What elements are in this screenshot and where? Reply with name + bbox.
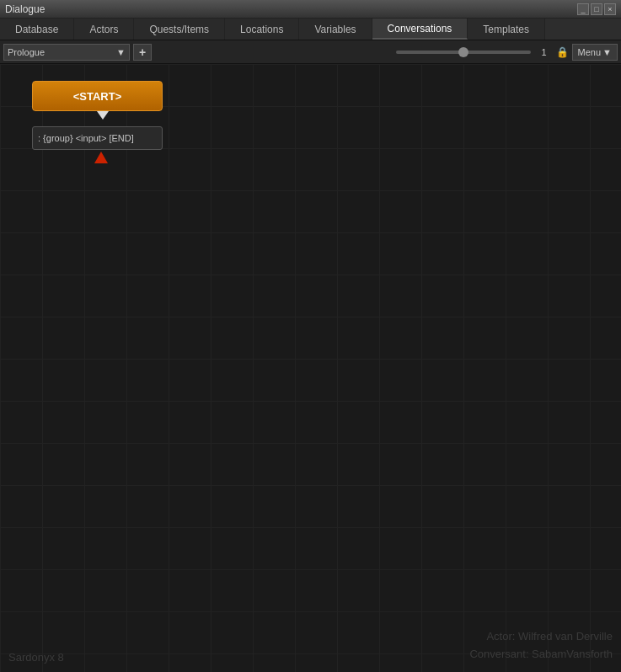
lock-icon: 🔒: [556, 46, 569, 58]
tab-quests[interactable]: Quests/Items: [134, 19, 225, 40]
tab-actors[interactable]: Actors: [74, 19, 134, 40]
conversation-dropdown[interactable]: Prologue ▼: [3, 44, 130, 61]
watermark-actor: Actor: Wilfred van Derville: [469, 628, 613, 646]
menu-button[interactable]: Menu ▼: [572, 44, 618, 61]
app-title: Dialogue: [5, 3, 45, 15]
tab-database[interactable]: Database: [0, 19, 74, 40]
tab-variables[interactable]: Variables: [299, 19, 372, 40]
tab-conversations[interactable]: Conversations: [372, 19, 468, 40]
connector-arrow-down: [97, 111, 109, 120]
title-bar-controls: _ □ ×: [577, 3, 616, 15]
dropdown-chevron-icon: ▼: [116, 47, 126, 57]
zoom-value: 1: [536, 47, 553, 57]
watermark-right: Actor: Wilfred van Derville Conversant: …: [469, 628, 613, 664]
dialogue-node[interactable]: : {group} <input> [END]: [32, 126, 163, 150]
zoom-slider-container: 1: [396, 47, 553, 57]
tab-bar: Database Actors Quests/Items Locations V…: [0, 19, 621, 40]
toolbar: Prologue ▼ + 1 🔒 Menu ▼: [0, 40, 621, 64]
tab-locations[interactable]: Locations: [225, 19, 299, 40]
title-bar: Dialogue _ □ ×: [0, 0, 621, 19]
add-conversation-button[interactable]: +: [133, 44, 152, 61]
minimize-button[interactable]: _: [577, 3, 589, 15]
close-button[interactable]: ×: [604, 3, 616, 15]
warning-triangle-icon: [94, 152, 108, 163]
watermark-left: Sardonyx 8: [8, 651, 64, 664]
tab-templates[interactable]: Templates: [468, 19, 545, 40]
start-node[interactable]: <START>: [32, 81, 163, 111]
zoom-slider-thumb[interactable]: [458, 47, 468, 57]
maximize-button[interactable]: □: [591, 3, 602, 15]
title-bar-left: Dialogue: [5, 3, 45, 15]
menu-chevron-icon: ▼: [602, 47, 612, 57]
zoom-slider[interactable]: [396, 51, 531, 54]
watermark-conversant: Conversant: SabamVansforth: [469, 646, 613, 664]
canvas-area[interactable]: <START> : {group} <input> [END] Actor: W…: [0, 64, 621, 672]
